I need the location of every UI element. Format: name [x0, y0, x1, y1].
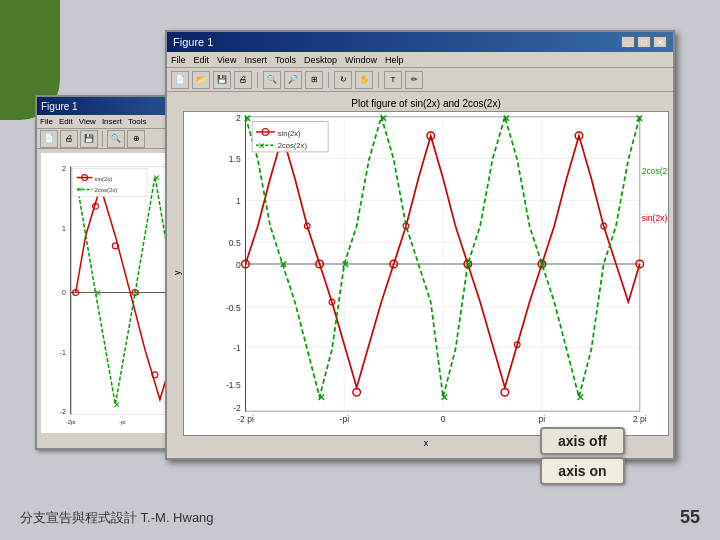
- svg-text:-2 pi: -2 pi: [237, 414, 254, 424]
- svg-text:✕: ✕: [538, 259, 546, 270]
- main-plot-area: 2 1.5 1 0.5 0 -0.5 -1 -1.5 -2 -2 pi -pi …: [183, 111, 669, 436]
- figure-front-menubar: File Edit View Insert Tools Desktop Wind…: [167, 52, 673, 68]
- svg-text:✕: ✕: [258, 141, 266, 151]
- insert-btn[interactable]: T: [384, 71, 402, 89]
- svg-text:pi: pi: [539, 414, 546, 424]
- zoom-out-btn[interactable]: 🔎: [284, 71, 302, 89]
- svg-text:0: 0: [62, 289, 66, 296]
- plot-title: Plot figure of sin(2x) and 2cos(2x): [183, 96, 669, 111]
- svg-text:1.5: 1.5: [229, 154, 241, 164]
- axis-buttons-container: axis off axis on: [540, 427, 625, 485]
- new-btn[interactable]: 📄: [171, 71, 189, 89]
- svg-text:✕: ✕: [440, 392, 448, 403]
- svg-text:-1: -1: [233, 343, 241, 353]
- figure-front-title: Figure 1: [173, 36, 213, 48]
- svg-text:✕: ✕: [317, 392, 325, 403]
- svg-text:✕: ✕: [635, 113, 643, 124]
- svg-text:-2: -2: [60, 408, 66, 415]
- svg-text:✕: ✕: [502, 113, 510, 124]
- plot-container: y Plot figure of sin(2x) and 2cos(2x): [167, 92, 673, 454]
- svg-text:0: 0: [441, 414, 446, 424]
- zoom-full-btn[interactable]: ⊞: [305, 71, 323, 89]
- svg-text:✕: ✕: [576, 392, 584, 403]
- toolbar-btn[interactable]: ⊕: [127, 130, 145, 148]
- svg-text:✕: ✕: [279, 259, 287, 270]
- maximize-button[interactable]: □: [637, 36, 651, 48]
- svg-text:2cos(2x): 2cos(2x): [95, 187, 118, 193]
- svg-text:-pi: -pi: [340, 414, 350, 424]
- rotate-btn[interactable]: ↻: [334, 71, 352, 89]
- save-btn[interactable]: 💾: [213, 71, 231, 89]
- print-btn[interactable]: 🖨: [234, 71, 252, 89]
- toolbar-btn[interactable]: 🖨: [60, 130, 78, 148]
- svg-text:sin(2x): sin(2x): [95, 176, 113, 182]
- svg-text:2: 2: [236, 113, 241, 123]
- figure-front-window[interactable]: Figure 1 _ □ ✕ File Edit View Insert Too…: [165, 30, 675, 460]
- svg-text:-pi: -pi: [119, 419, 126, 425]
- toolbar-sep: [102, 131, 103, 147]
- figure-front-toolbar: 📄 📂 💾 🖨 🔍 🔎 ⊞ ↻ ✋ T ✏: [167, 68, 673, 92]
- svg-text:sin(2x): sin(2x): [642, 213, 668, 223]
- toolbar-btn[interactable]: 💾: [80, 130, 98, 148]
- svg-text:2cos(2x): 2cos(2x): [278, 141, 308, 150]
- svg-text:0.5: 0.5: [229, 238, 241, 248]
- sep1: [257, 72, 258, 88]
- svg-text:sin(2x): sin(2x): [278, 129, 301, 138]
- draw-btn[interactable]: ✏: [405, 71, 423, 89]
- svg-text:1: 1: [236, 196, 241, 206]
- zoom-in-btn[interactable]: 🔍: [263, 71, 281, 89]
- y-axis-label: y: [171, 96, 183, 450]
- figure-back-title: Figure 1: [41, 101, 78, 112]
- svg-text:✕: ✕: [77, 186, 83, 193]
- svg-text:✕: ✕: [243, 113, 251, 124]
- pan-btn[interactable]: ✋: [355, 71, 373, 89]
- figure-front-titlebar: Figure 1 _ □ ✕: [167, 32, 673, 52]
- toolbar-btn[interactable]: 📄: [40, 130, 58, 148]
- axis-off-button[interactable]: axis off: [540, 427, 625, 455]
- window-controls[interactable]: _ □ ✕: [621, 36, 667, 48]
- svg-text:0: 0: [236, 260, 241, 270]
- svg-text:-1.5: -1.5: [226, 380, 241, 390]
- svg-text:2 pi: 2 pi: [633, 414, 647, 424]
- toolbar-zoom-btn[interactable]: 🔍: [107, 130, 125, 148]
- sep2: [328, 72, 329, 88]
- svg-text:2: 2: [62, 165, 66, 172]
- bottom-bar: 分支宣告與程式設計 T.-M. Hwang 55: [0, 495, 720, 540]
- svg-text:2cos(2x): 2cos(2x): [642, 166, 668, 176]
- svg-text:✕: ✕: [341, 259, 349, 270]
- sep3: [378, 72, 379, 88]
- bottom-text: 分支宣告與程式設計 T.-M. Hwang: [20, 509, 214, 527]
- svg-text:✕: ✕: [464, 259, 472, 270]
- plot-inner: Plot figure of sin(2x) and 2cos(2x): [183, 96, 669, 450]
- open-btn[interactable]: 📂: [192, 71, 210, 89]
- svg-text:✕: ✕: [133, 288, 141, 298]
- page-number: 55: [680, 507, 700, 528]
- svg-text:-2: -2: [233, 403, 241, 413]
- svg-text:-2pi: -2pi: [66, 419, 76, 425]
- svg-text:✕: ✕: [113, 400, 121, 410]
- svg-text:✕: ✕: [94, 288, 102, 298]
- svg-text:1: 1: [62, 225, 66, 232]
- svg-text:✕: ✕: [379, 113, 387, 124]
- main-plot-svg: 2 1.5 1 0.5 0 -0.5 -1 -1.5 -2 -2 pi -pi …: [184, 112, 668, 435]
- svg-text:-0.5: -0.5: [226, 303, 241, 313]
- minimize-button[interactable]: _: [621, 36, 635, 48]
- svg-text:-1: -1: [60, 349, 66, 356]
- svg-text:✕: ✕: [153, 173, 161, 183]
- close-button[interactable]: ✕: [653, 36, 667, 48]
- axis-on-button[interactable]: axis on: [540, 457, 625, 485]
